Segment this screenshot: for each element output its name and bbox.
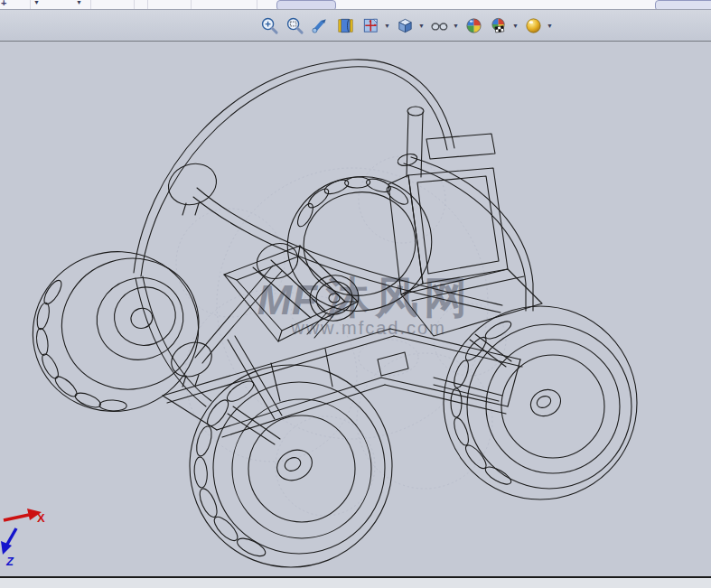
separator	[134, 0, 135, 9]
separator	[30, 0, 31, 9]
cutoff-toolbar-button[interactable]	[276, 0, 336, 10]
view-settings-button[interactable]	[522, 13, 545, 38]
wireframe-buggy-model: MF 沐风网 www.mfcad.com	[0, 42, 711, 576]
display-style-dropdown-icon[interactable]: ▼	[452, 13, 460, 38]
menu-dropdown-icon[interactable]: ▼	[76, 0, 82, 5]
edit-appearance-button[interactable]	[463, 13, 485, 38]
axis-triad: X Z	[1, 509, 45, 568]
menu-dropdown-icon[interactable]: ▼	[33, 0, 40, 5]
top-strip: + ▼ ▼	[0, 0, 711, 10]
plus-icon: +	[1, 0, 6, 8]
watermark-site-name: 沐风网	[325, 274, 472, 322]
zoom-to-fit-icon	[260, 16, 279, 35]
section-view-icon	[361, 16, 380, 35]
apply-scene-icon	[490, 16, 509, 35]
apply-scene-button[interactable]	[488, 13, 510, 38]
display-style-icon	[430, 16, 449, 35]
view-orientation-dropdown-icon[interactable]: ▼	[417, 13, 426, 38]
rotate-view-button[interactable]	[309, 13, 332, 38]
zoom-to-area-button[interactable]	[284, 13, 306, 38]
view-orientation-button[interactable]	[394, 13, 416, 38]
zoom-to-fit-button[interactable]	[258, 13, 281, 38]
separator	[147, 0, 148, 9]
view-orientation-icon	[396, 16, 415, 35]
previous-view-button[interactable]	[334, 13, 357, 38]
view-settings-icon	[524, 16, 543, 35]
view-toolbar: ▼ ▼ ▼	[0, 10, 711, 42]
rotate-view-icon	[311, 16, 330, 35]
zoom-to-area-icon	[285, 16, 304, 35]
section-view-button[interactable]	[360, 13, 382, 38]
display-style-button[interactable]	[428, 13, 451, 38]
previous-view-icon	[336, 16, 355, 35]
model-wireframe	[12, 60, 637, 567]
section-view-dropdown-icon[interactable]: ▼	[383, 13, 391, 38]
view-toolbar-icons: ▼ ▼ ▼	[258, 10, 554, 41]
graphics-viewport[interactable]: MF 沐风网 www.mfcad.com	[0, 42, 711, 578]
apply-scene-dropdown-icon[interactable]: ▼	[511, 13, 519, 38]
separator	[90, 0, 91, 9]
cutoff-panel-tab[interactable]	[655, 0, 711, 10]
edit-appearance-icon	[464, 16, 483, 35]
status-bar	[0, 578, 711, 588]
separator	[257, 0, 257, 9]
axis-z-label: Z	[5, 555, 14, 568]
watermark: MF 沐风网 www.mfcad.com	[257, 274, 472, 338]
axis-x-label: X	[37, 511, 45, 525]
view-settings-dropdown-icon[interactable]: ▼	[546, 13, 554, 38]
separator	[191, 0, 192, 9]
